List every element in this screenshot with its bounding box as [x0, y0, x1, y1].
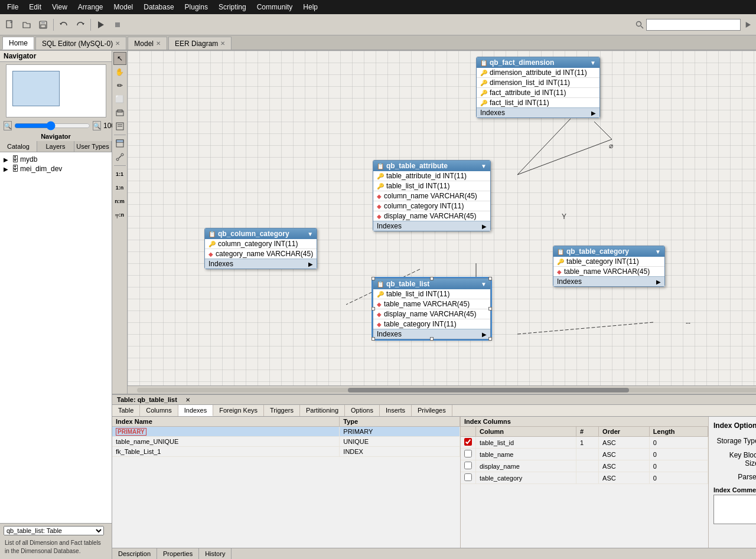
header-arrow[interactable]: ▼ [655, 249, 661, 255]
tool-pan[interactable]: ✋ [113, 66, 126, 79]
ic-check[interactable] [461, 472, 476, 484]
rel-1-1[interactable]: 1:1 [113, 168, 126, 181]
menu-view[interactable]: View [47, 2, 72, 12]
eer-header-attribute[interactable]: 📋 qb_table_attribute ▼ [373, 161, 490, 171]
ttab-options[interactable]: Options [345, 405, 380, 416]
index-comment-textarea[interactable] [713, 495, 756, 524]
sidebar-tab-layers[interactable]: Layers [37, 141, 74, 152]
ic-row-display-name[interactable]: display_name ASC 0 [461, 460, 708, 472]
menu-community[interactable]: Community [252, 2, 298, 12]
menu-scripting[interactable]: Scripting [214, 2, 251, 12]
selected-table-select[interactable]: qb_table_list: Table [4, 526, 104, 535]
menu-edit[interactable]: Edit [24, 2, 46, 12]
ttab-table[interactable]: Table [112, 405, 140, 416]
index-row-unique[interactable]: table_name_UNIQUE UNIQUE [112, 437, 460, 447]
footer-tab-history[interactable]: History [199, 548, 232, 559]
menu-plugins[interactable]: Plugins [180, 2, 213, 12]
resize-handle-bl[interactable] [372, 337, 375, 341]
tree-node-mei[interactable]: ▶ 🗄 mei_dim_dev [2, 164, 109, 174]
header-arrow[interactable]: ▼ [307, 231, 313, 237]
ic-row-table-category[interactable]: table_category ASC 0 [461, 472, 708, 484]
resize-handle-tl[interactable] [372, 277, 375, 280]
ttab-privileges[interactable]: Privileges [412, 405, 452, 416]
sidebar-tab-catalog[interactable]: Catalog [0, 141, 37, 152]
ic-checkbox[interactable] [464, 450, 472, 457]
zoom-in-button[interactable]: 🔍 [93, 121, 101, 130]
menu-help[interactable]: Help [298, 2, 322, 12]
resize-handle-bm[interactable] [430, 337, 434, 341]
eer-canvas[interactable]: ⌀ Y Y ++ -- 📋 qb_fact_dimension ▼ [128, 51, 756, 385]
ic-checkbox[interactable] [464, 473, 472, 481]
ic-checkbox[interactable] [464, 438, 472, 446]
footer-tab-properties[interactable]: Properties [157, 548, 199, 559]
eer-footer[interactable]: Indexes▶ [477, 107, 599, 117]
menu-model[interactable]: Model [109, 2, 138, 12]
execute-button[interactable] [93, 17, 109, 32]
ic-row-table-list-id[interactable]: table_list_id 1 ASC 0 [461, 437, 708, 449]
ttab-fkeys[interactable]: Foreign Keys [213, 405, 264, 416]
tab-model[interactable]: Model ✕ [128, 37, 167, 50]
rel-n-m[interactable]: n:m [113, 195, 126, 208]
tool-rect[interactable]: ⬜ [113, 93, 126, 106]
save-button[interactable] [35, 17, 51, 32]
hscroll-thumb[interactable] [348, 388, 629, 393]
tool-select[interactable]: ↖ [113, 52, 126, 65]
tool-connect[interactable] [113, 151, 126, 164]
eer-footer[interactable]: Indexes▶ [373, 221, 490, 231]
eer-table-category[interactable]: 📋 qb_table_category ▼ 🔑table_category IN… [553, 246, 665, 287]
tool-note[interactable] [113, 120, 126, 133]
zoom-slider[interactable] [14, 122, 90, 129]
eer-table-list[interactable]: 📋 qb_table_list ▼ 🔑table_list_id INT(11)… [373, 278, 491, 339]
resize-handle-mr[interactable] [488, 307, 492, 310]
menu-database[interactable]: Database [139, 2, 178, 12]
bottom-panel-close[interactable]: ✕ [182, 395, 194, 404]
ttab-columns[interactable]: Columns [140, 405, 178, 416]
stop-button[interactable] [110, 17, 125, 32]
tab-eer-close[interactable]: ✕ [220, 40, 225, 47]
horizontal-scrollbar[interactable] [128, 385, 756, 394]
tool-table[interactable] [113, 137, 126, 150]
header-arrow[interactable]: ▼ [481, 163, 487, 169]
eer-header-fact-dimension[interactable]: 📋 qb_fact_dimension ▼ [477, 57, 599, 68]
ic-check[interactable] [461, 460, 476, 472]
eer-footer[interactable]: Indexes▶ [553, 276, 664, 286]
ttab-triggers[interactable]: Triggers [264, 405, 300, 416]
index-row-primary[interactable]: PRIMARY PRIMARY [112, 427, 460, 437]
eer-table-column-category[interactable]: 📋 qb_column_category ▼ 🔑column_category … [204, 228, 317, 269]
tab-sql-editor[interactable]: SQL Editor (MySQL-0) ✕ [35, 37, 126, 50]
undo-button[interactable] [56, 17, 71, 32]
open-button[interactable] [19, 17, 34, 32]
ic-check[interactable] [461, 449, 476, 460]
new-button[interactable] [2, 17, 18, 32]
zoom-out-button[interactable]: 🔍 [4, 121, 12, 130]
rel-other[interactable]: ╤:n [113, 208, 126, 221]
tab-eer[interactable]: EER Diagram ✕ [168, 37, 232, 50]
redo-button[interactable] [73, 17, 88, 32]
search-submit-button[interactable] [742, 17, 754, 32]
resize-handle-tm[interactable] [430, 277, 434, 280]
rel-1-n[interactable]: 1:n [113, 181, 126, 194]
ttab-inserts[interactable]: Inserts [380, 405, 412, 416]
eer-header-table-cat[interactable]: 📋 qb_table_category ▼ [553, 246, 664, 257]
ic-check[interactable] [461, 437, 476, 449]
eer-header-col-cat[interactable]: 📋 qb_column_category ▼ [205, 228, 317, 239]
header-arrow[interactable]: ▼ [481, 281, 487, 287]
ic-checkbox[interactable] [464, 462, 472, 469]
eer-footer[interactable]: Indexes▶ [205, 259, 317, 269]
tab-home[interactable]: Home [2, 37, 34, 50]
sidebar-tab-usertypes[interactable]: User Types [74, 141, 112, 152]
eer-table-attribute[interactable]: 📋 qb_table_attribute ▼ 🔑table_attribute_… [373, 160, 491, 231]
eer-table-fact-dimension[interactable]: 📋 qb_fact_dimension ▼ 🔑dimension_attribu… [476, 57, 600, 118]
ic-row-table-name[interactable]: table_name ASC 0 [461, 449, 708, 460]
tool-draw[interactable]: ✏ [113, 79, 126, 92]
tool-layer[interactable] [113, 106, 126, 119]
footer-tab-description[interactable]: Description [112, 548, 157, 559]
ttab-indexes[interactable]: Indexes [178, 405, 214, 416]
menu-arrange[interactable]: Arrange [73, 2, 108, 12]
ttab-partitioning[interactable]: Partitioning [300, 405, 345, 416]
resize-handle-tr[interactable] [488, 277, 492, 280]
tab-sql-close[interactable]: ✕ [115, 40, 120, 47]
header-arrow[interactable]: ▼ [590, 60, 596, 66]
resize-handle-br[interactable] [488, 337, 492, 341]
tab-model-close[interactable]: ✕ [156, 40, 161, 47]
